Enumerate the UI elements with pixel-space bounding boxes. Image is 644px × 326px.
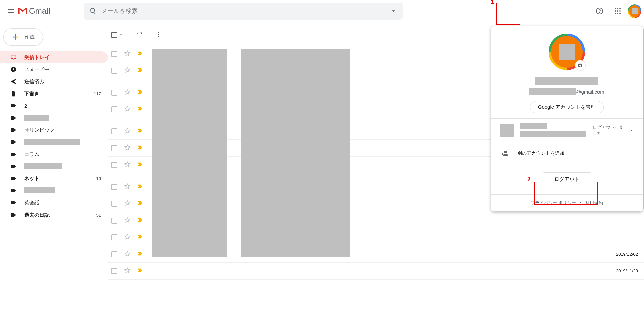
search-bar[interactable] [84, 3, 403, 20]
sidebar-item-6[interactable]: オリンピック [0, 124, 108, 136]
row-checkbox[interactable] [111, 68, 117, 74]
star-button[interactable] [124, 200, 131, 207]
avatar-placeholder [632, 8, 638, 14]
select-all-button[interactable] [111, 32, 124, 38]
privacy-link[interactable]: プライバシー ポリシー [531, 200, 576, 205]
sidebar-item-12[interactable]: 英会話 [0, 197, 108, 209]
star-button[interactable] [124, 105, 131, 113]
mail-row[interactable] [108, 212, 644, 229]
terms-link[interactable]: 利用規約 [585, 200, 603, 205]
star-button[interactable] [124, 50, 131, 58]
star-button[interactable] [124, 267, 131, 275]
label-icon [10, 211, 17, 218]
importance-button[interactable] [137, 267, 143, 274]
sidebar-item-2[interactable]: 送信済み [0, 75, 108, 88]
importance-button[interactable] [137, 217, 143, 224]
help-icon [595, 7, 604, 15]
star-button[interactable] [124, 217, 131, 224]
importance-icon [137, 89, 143, 95]
sidebar-item-4[interactable]: 2 [0, 100, 108, 112]
row-checkbox[interactable] [111, 106, 117, 112]
sidebar-item-9[interactable] [0, 160, 108, 172]
star-button[interactable] [124, 183, 131, 191]
row-checkbox[interactable] [111, 201, 117, 207]
importance-button[interactable] [137, 144, 143, 152]
row-checkbox[interactable] [111, 51, 117, 57]
add-account-button[interactable]: 別のアカウントを追加 [491, 142, 643, 164]
importance-icon [137, 67, 143, 73]
star-button[interactable] [124, 67, 131, 74]
other-account-email-redacted [520, 131, 586, 137]
sidebar-item-13[interactable]: 過去の日記51 [0, 209, 108, 221]
select-all-checkbox[interactable] [111, 32, 117, 38]
logout-button[interactable]: ログアウト [543, 172, 591, 186]
row-checkbox[interactable] [111, 162, 117, 168]
label-icon [10, 115, 17, 121]
importance-button[interactable] [137, 234, 143, 241]
compose-button[interactable]: 作成 [3, 28, 43, 46]
star-button[interactable] [124, 233, 131, 241]
importance-button[interactable] [137, 183, 143, 190]
row-checkbox[interactable] [111, 90, 117, 96]
row-checkbox[interactable] [111, 251, 117, 257]
camera-icon [577, 62, 583, 68]
star-button[interactable] [124, 89, 131, 96]
importance-button[interactable] [137, 128, 143, 135]
svg-point-5 [619, 10, 621, 12]
sidebar-label: コラム [24, 151, 101, 158]
chevron-down-icon [118, 32, 124, 38]
chevron-down-icon[interactable] [628, 127, 634, 133]
more-vertical-icon [155, 31, 162, 38]
importance-button[interactable] [137, 89, 143, 96]
account-avatar-button[interactable] [628, 4, 641, 18]
sidebar-label-redacted [24, 115, 49, 121]
star-button[interactable] [124, 144, 131, 152]
sidebar-label: 過去の日記 [24, 212, 96, 218]
other-account-row[interactable]: ログアウトしました [491, 119, 643, 142]
star-button[interactable] [124, 127, 131, 135]
importance-button[interactable] [137, 67, 143, 74]
more-button[interactable] [155, 31, 162, 39]
row-checkbox[interactable] [111, 128, 117, 134]
star-icon [124, 105, 131, 112]
search-input[interactable] [101, 7, 386, 15]
importance-button[interactable] [137, 106, 143, 113]
sidebar-item-10[interactable]: ネット10 [0, 172, 108, 185]
importance-button[interactable] [137, 200, 143, 207]
importance-button[interactable] [137, 161, 143, 168]
importance-button[interactable] [137, 50, 143, 57]
sidebar-label: 英会話 [24, 200, 101, 206]
sidebar-item-0[interactable]: 受信トレイ [0, 51, 108, 63]
change-photo-button[interactable] [575, 60, 586, 71]
apps-button[interactable] [610, 3, 626, 19]
mail-row[interactable] [108, 229, 644, 246]
sidebar-item-5[interactable] [0, 112, 108, 124]
star-button[interactable] [124, 161, 131, 169]
help-button[interactable] [591, 3, 608, 19]
mail-row[interactable]: 2019/11/29 [108, 263, 644, 280]
sidebar-item-8[interactable]: コラム [0, 148, 108, 160]
menu-button[interactable] [3, 3, 19, 19]
sidebar-item-7[interactable] [0, 136, 108, 148]
search-options-icon[interactable] [390, 7, 397, 15]
gmail-logo[interactable]: Gmail [18, 6, 50, 16]
importance-icon [137, 217, 143, 223]
importance-button[interactable] [137, 251, 143, 258]
star-button[interactable] [124, 250, 131, 258]
row-checkbox[interactable] [111, 268, 117, 274]
sidebar-label: 2 [24, 103, 101, 109]
sidebar-item-1[interactable]: スヌーズ中 [0, 63, 108, 75]
sidebar-item-3[interactable]: 下書き117 [0, 88, 108, 100]
row-checkbox[interactable] [111, 184, 117, 190]
account-popup: @gmail.com Google アカウントを管理 ログアウトしました 別のア… [491, 26, 643, 211]
row-checkbox[interactable] [111, 145, 117, 151]
row-checkbox[interactable] [111, 234, 117, 240]
header: Gmail [0, 0, 644, 26]
row-checkbox[interactable] [111, 218, 117, 224]
mail-row[interactable]: 2019/12/02 [108, 246, 644, 263]
refresh-button[interactable] [136, 31, 143, 39]
manage-account-button[interactable]: Google アカウントを管理 [530, 101, 604, 113]
clock-icon [10, 66, 17, 73]
sidebar-item-11[interactable] [0, 185, 108, 197]
label-icon [10, 163, 17, 170]
